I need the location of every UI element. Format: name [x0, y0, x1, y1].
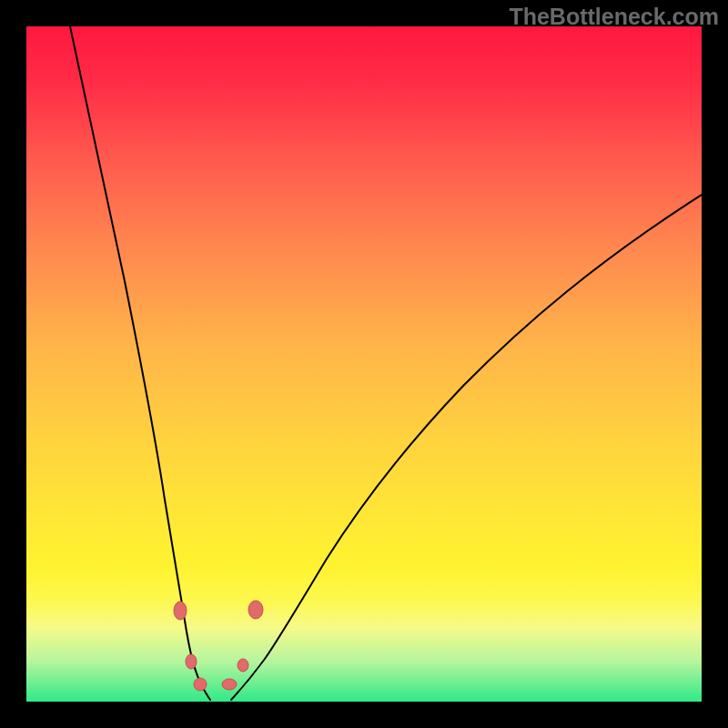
marker-dot: [222, 679, 237, 690]
marker-dot: [238, 659, 248, 672]
chart-plot-area: [26, 26, 702, 702]
chart-svg: [26, 26, 702, 702]
curve-right-branch: [231, 195, 702, 700]
curve-left-branch: [70, 26, 210, 700]
marker-dot: [194, 678, 207, 691]
marker-dot: [186, 654, 197, 669]
watermark-text: TheBottleneck.com: [509, 4, 719, 30]
marker-dot: [248, 601, 263, 619]
marker-dot: [174, 602, 187, 620]
